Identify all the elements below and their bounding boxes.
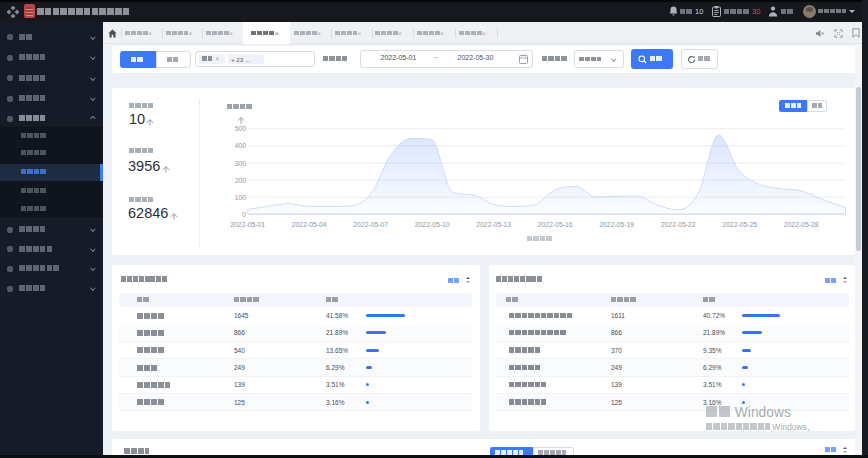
svg-text:2022-05-22: 2022-05-22	[661, 221, 696, 228]
svg-text:2022-05-19: 2022-05-19	[599, 221, 634, 228]
svg-text:2022-05-01: 2022-05-01	[230, 221, 265, 228]
svg-text:2022-05-13: 2022-05-13	[476, 221, 511, 228]
svg-text:400: 400	[235, 142, 247, 149]
svg-text:300: 300	[235, 160, 247, 167]
svg-text:100: 100	[235, 194, 247, 201]
svg-text:2022-05-28: 2022-05-28	[784, 221, 819, 228]
svg-text:2022-05-04: 2022-05-04	[292, 221, 327, 228]
svg-text:500: 500	[235, 125, 247, 132]
svg-text:0: 0	[242, 211, 246, 218]
svg-text:2022-05-07: 2022-05-07	[353, 221, 388, 228]
svg-text:2022-05-10: 2022-05-10	[415, 221, 450, 228]
svg-text:2022-05-16: 2022-05-16	[538, 221, 573, 228]
svg-text:2022-05-25: 2022-05-25	[722, 221, 757, 228]
svg-text:200: 200	[235, 177, 247, 184]
